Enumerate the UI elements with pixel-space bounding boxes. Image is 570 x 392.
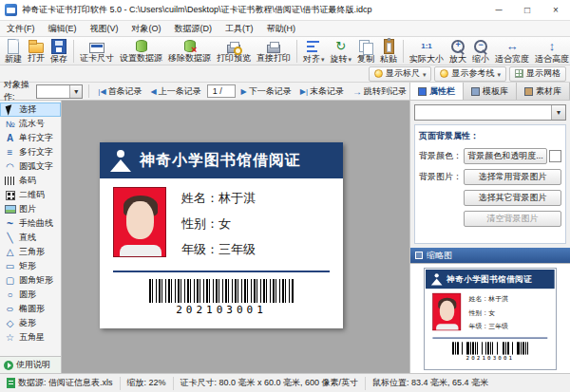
card-header[interactable]: 神奇小学图书馆借阅证	[100, 142, 343, 178]
tab-materials[interactable]: 素材库	[517, 83, 570, 100]
tool-single-line-text[interactable]: 单行文字	[0, 131, 61, 145]
tab-templates[interactable]: 模板库	[464, 83, 517, 100]
field-name[interactable]: 姓名：林于淇	[181, 190, 256, 207]
page-background-group: 页面背景属性： 背景颜色： 背景颜色和透明度... 背景图片： 选择常用背景图片…	[414, 124, 566, 244]
fit-width-button[interactable]: 适合宽度	[492, 37, 532, 65]
tool-list: 选择 流水号 单行文字 多行文字 圆弧文字 条码 二维码 图片 手绘曲线 直线 …	[0, 101, 61, 356]
thumbnail-title: 缩略图	[427, 250, 452, 262]
toggle-label: 显示标尺	[386, 67, 420, 80]
actual-size-button[interactable]: 实际大小	[407, 37, 446, 65]
menu-help[interactable]: 帮助(H)	[260, 21, 303, 36]
dropdown-arrow-icon	[497, 69, 501, 79]
minimize-button[interactable]: ─	[484, 0, 513, 20]
fit-height-button[interactable]: 适合高度	[532, 37, 570, 65]
tool-image[interactable]: 图片	[0, 202, 61, 216]
button-label: 打开	[28, 53, 45, 63]
button-label: 适合宽度	[495, 54, 529, 64]
print-button[interactable]: 直接打印	[254, 38, 294, 65]
show-guides-toggle[interactable]: 显示参考线	[434, 66, 506, 82]
tool-rounded-rect[interactable]: 圆角矩形	[0, 273, 61, 288]
tool-diamond[interactable]: 菱形	[0, 316, 61, 330]
save-button[interactable]: 保存	[48, 37, 70, 65]
toolbar-separator	[403, 40, 404, 63]
zoom-out-button[interactable]: 缩小	[469, 37, 492, 65]
field-gender[interactable]: 性别：女	[181, 215, 256, 233]
close-button[interactable]: ×	[542, 0, 570, 20]
tool-label: 手绘曲线	[19, 217, 53, 230]
tool-ellipse[interactable]: 椭圆形	[0, 302, 61, 316]
design-canvas[interactable]: 神奇小学图书馆借阅证 姓名：林于淇 性别：女 年级：三年级 202103001	[62, 101, 409, 373]
circle-icon	[4, 289, 16, 301]
open-button[interactable]: 打开	[25, 37, 48, 65]
align-button[interactable]: 对齐	[300, 37, 328, 65]
thumbnail-card[interactable]: 神奇小学图书馆借阅证 姓名：林于淇 性别：女 年级：三年级	[424, 268, 557, 370]
select-other-bg-button[interactable]: 选择其它背景图片	[464, 190, 561, 206]
tool-freehand-curve[interactable]: 手绘曲线	[0, 216, 61, 231]
fit-height-icon	[544, 39, 560, 54]
prev-record-button[interactable]: 上一条记录	[148, 84, 204, 99]
nav-label: 跳转到记录	[364, 85, 407, 98]
tool-barcode[interactable]: 条码	[0, 174, 61, 188]
bg-color-button[interactable]: 背景颜色和透明度...	[464, 148, 547, 164]
tool-rectangle[interactable]: 矩形	[0, 259, 61, 273]
next-record-button[interactable]: 下一条记录	[238, 84, 294, 99]
zoom-in-icon	[450, 39, 466, 54]
tool-triangle[interactable]: 三角形	[0, 245, 61, 259]
tool-label: 菱形	[19, 317, 36, 329]
new-button[interactable]: 新建	[2, 37, 25, 65]
card-title[interactable]: 神奇小学图书馆借阅证	[140, 151, 301, 171]
remove-datasource-button[interactable]: 移除数据源	[165, 37, 214, 65]
menu-view[interactable]: 视图(V)	[84, 21, 125, 36]
rotate-icon	[333, 39, 349, 54]
photo-placeholder[interactable]	[113, 187, 166, 257]
last-record-icon	[300, 87, 308, 96]
help-button[interactable]: 使用说明	[0, 356, 61, 373]
tab-label: 属性栏	[429, 85, 455, 98]
tool-line[interactable]: 直线	[0, 231, 61, 245]
tool-qrcode[interactable]: 二维码	[0, 188, 61, 202]
card-size-button[interactable]: 证卡尺寸	[77, 38, 117, 65]
tool-label: 圆角矩形	[19, 274, 53, 287]
zoom-in-button[interactable]: 放大	[446, 37, 469, 65]
menu-edit[interactable]: 编辑(E)	[42, 21, 84, 36]
paste-button[interactable]: 粘贴	[377, 37, 400, 65]
copy-button[interactable]: 复制	[354, 37, 377, 65]
last-record-button[interactable]: 末条记录	[297, 84, 347, 99]
goto-record-button[interactable]: 跳转到记录	[350, 84, 409, 99]
show-ruler-toggle[interactable]: 显示标尺	[369, 66, 432, 82]
tool-multi-line-text[interactable]: 多行文字	[0, 145, 61, 159]
menu-tools[interactable]: 工具(T)	[218, 21, 260, 36]
tab-properties[interactable]: 属性栏	[410, 83, 464, 100]
menu-object[interactable]: 对象(O)	[125, 21, 168, 36]
tool-star[interactable]: 五角星	[0, 330, 61, 345]
menu-file[interactable]: 文件(F)	[0, 21, 42, 36]
barcode[interactable]	[149, 279, 294, 303]
barcode-number[interactable]: 202103001	[100, 304, 343, 316]
rotate-button[interactable]: 旋转	[328, 37, 355, 65]
image-icon	[4, 203, 16, 215]
card-design[interactable]: 神奇小学图书馆借阅证 姓名：林于淇 性别：女 年级：三年级 202103001	[100, 142, 343, 328]
prev-record-icon	[151, 87, 157, 96]
tool-circle[interactable]: 圆形	[0, 288, 61, 302]
field-grade[interactable]: 年级：三年级	[181, 241, 256, 258]
maximize-button[interactable]: □	[513, 0, 542, 20]
tool-select[interactable]: 选择	[0, 103, 61, 117]
tool-serial-number[interactable]: 流水号	[0, 117, 61, 131]
menu-datasource[interactable]: 数据源(D)	[168, 21, 219, 36]
nav-label: 下一条记录	[249, 85, 292, 98]
set-datasource-button[interactable]: 设置数据源	[117, 37, 165, 65]
tool-label: 流水号	[19, 118, 45, 130]
object-operation-select[interactable]	[36, 84, 84, 99]
bg-color-swatch[interactable]	[549, 150, 561, 162]
divider-line[interactable]	[113, 271, 330, 272]
select-common-bg-button[interactable]: 选择常用背景图片	[464, 169, 561, 185]
main-area: 选择 流水号 单行文字 多行文字 圆弧文字 条码 二维码 图片 手绘曲线 直线 …	[0, 101, 570, 373]
rounded-rect-icon	[4, 274, 16, 287]
align-icon	[306, 39, 321, 54]
tool-arc-text[interactable]: 圆弧文字	[0, 159, 61, 174]
clear-bg-button[interactable]: 清空背景图片	[464, 211, 561, 227]
show-grid-toggle[interactable]: 显示网格	[509, 66, 566, 82]
object-select-dropdown[interactable]	[414, 104, 566, 121]
print-preview-button[interactable]: 打印预览	[214, 38, 254, 65]
first-record-button[interactable]: 首条记录	[95, 84, 144, 99]
